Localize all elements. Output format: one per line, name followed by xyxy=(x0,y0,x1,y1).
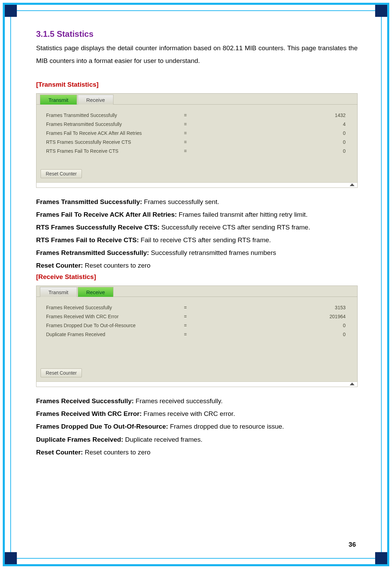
description-term: RTS Frames Fail to Receive CTS: xyxy=(36,236,139,244)
stat-row: RTS Frames Successfully Receive CTS=0 xyxy=(46,138,348,147)
stat-label: Frames Received Successfully xyxy=(46,305,180,310)
stat-label: Frames Transmitted Successfully xyxy=(46,112,180,118)
description-term: RTS Frames Successfully Receive CTS: xyxy=(36,224,160,231)
description-term: Frames Dropped Due To Out-Of-Resource: xyxy=(36,423,168,430)
stat-row: Duplicate Frames Received=0 xyxy=(46,330,348,339)
description-term: Frames Transmitted Successfully: xyxy=(36,198,142,205)
description-term: Duplicate Frames Received: xyxy=(36,436,123,443)
equals-sign: = xyxy=(180,121,190,127)
description-text: Frames received successfully. xyxy=(134,397,222,405)
description-line: Frames Retransmitted Successfully: Succe… xyxy=(36,246,358,259)
stat-value: 201964 xyxy=(190,314,348,319)
tab-transmit[interactable]: Transmit xyxy=(40,95,77,105)
stat-row: Frames Fail To Receive ACK After All Ret… xyxy=(46,129,348,138)
stat-label: Frames Received With CRC Error xyxy=(46,314,180,319)
corner-decor xyxy=(5,552,17,564)
equals-sign: = xyxy=(180,314,190,319)
stat-label: Frames Retransmitted Successfully xyxy=(46,121,180,127)
description-text: Successfully receive CTS after sending R… xyxy=(160,224,310,231)
description-term: Frames Received Successfully: xyxy=(36,397,134,405)
stat-label: Frames Fail To Receive ACK After All Ret… xyxy=(46,130,180,136)
stat-label: RTS Frames Fail To Receive CTS xyxy=(46,148,180,154)
equals-sign: = xyxy=(180,323,190,328)
equals-sign: = xyxy=(180,305,190,310)
description-text: Reset counters to zero xyxy=(83,449,150,456)
equals-sign: = xyxy=(180,332,190,337)
description-line: RTS Frames Successfully Receive CTS: Suc… xyxy=(36,221,358,234)
stats-tabs: Transmit Receive xyxy=(36,286,357,297)
description-line: Frames Received With CRC Error: Frames r… xyxy=(36,407,358,420)
page-number: 36 xyxy=(349,541,356,548)
stat-value: 3153 xyxy=(190,305,348,310)
stat-value: 0 xyxy=(190,130,348,136)
stats-tabs: Transmit Receive xyxy=(36,94,357,105)
description-term: Frames Received With CRC Error: xyxy=(36,410,142,417)
description-text: Frames failed transmit after hitting ret… xyxy=(177,211,307,218)
stat-row: Frames Dropped Due To Out-of-Resource=0 xyxy=(46,321,348,330)
receive-section-label: [Receive Statistics] xyxy=(36,273,358,281)
equals-sign: = xyxy=(180,112,190,118)
description-line: Reset Counter: Reset counters to zero xyxy=(36,259,358,272)
description-line: Frames Dropped Due To Out-Of-Resource: F… xyxy=(36,420,358,433)
collapse-icon[interactable] xyxy=(350,383,355,385)
stat-value: 0 xyxy=(190,148,348,154)
tab-receive[interactable]: Receive xyxy=(78,287,113,297)
equals-sign: = xyxy=(180,148,190,154)
transmit-stats-panel: Transmit Receive Frames Transmitted Succ… xyxy=(36,93,358,188)
description-line: Reset Counter: Reset counters to zero xyxy=(36,446,358,459)
stat-row: Frames Retransmitted Successfully=4 xyxy=(46,120,348,129)
stat-row: RTS Frames Fail To Receive CTS=0 xyxy=(46,147,348,155)
stat-label: Frames Dropped Due To Out-of-Resource xyxy=(46,323,180,328)
stat-row: Frames Received With CRC Error=201964 xyxy=(46,312,348,321)
description-text: Successfully retransmitted frames number… xyxy=(149,249,276,256)
intro-paragraph: Statistics page displays the detail coun… xyxy=(36,42,358,67)
transmit-stats-body: Frames Transmitted Successfully=1432Fram… xyxy=(36,105,357,169)
description-line: RTS Frames Fail to Receive CTS: Fail to … xyxy=(36,234,358,246)
reset-counter-button[interactable]: Reset Counter xyxy=(41,368,82,377)
transmit-section-label: [Transmit Statistics] xyxy=(36,81,358,88)
stat-value: 4 xyxy=(190,121,348,127)
stat-label: RTS Frames Successfully Receive CTS xyxy=(46,139,180,145)
panel-footer xyxy=(36,382,357,387)
stat-row: Frames Transmitted Successfully=1432 xyxy=(46,111,348,120)
description-text: Reset counters to zero xyxy=(83,262,150,269)
panel-footer xyxy=(36,182,357,187)
section-heading: 3.1.5 Statistics xyxy=(36,29,358,39)
description-term: Reset Counter: xyxy=(36,262,83,269)
stat-label: Duplicate Frames Received xyxy=(46,332,180,337)
reset-counter-button[interactable]: Reset Counter xyxy=(41,169,82,178)
description-text: Duplicate received frames. xyxy=(123,436,202,443)
equals-sign: = xyxy=(180,130,190,136)
stat-value: 0 xyxy=(190,139,348,145)
equals-sign: = xyxy=(180,139,190,145)
description-line: Frames Fail To Receive ACK After All Ret… xyxy=(36,208,358,221)
receive-descriptions: Frames Received Successfully: Frames rec… xyxy=(36,395,358,458)
stat-value: 1432 xyxy=(190,112,348,118)
stat-value: 0 xyxy=(190,323,348,328)
receive-stats-panel: Transmit Receive Frames Received Success… xyxy=(36,286,358,387)
description-term: Reset Counter: xyxy=(36,449,83,456)
description-line: Duplicate Frames Received: Duplicate rec… xyxy=(36,433,358,446)
collapse-icon[interactable] xyxy=(350,183,355,186)
transmit-descriptions: Frames Transmitted Successfully: Frames … xyxy=(36,195,358,272)
description-text: Frames receive with CRC error. xyxy=(142,410,235,417)
description-text: Frames dropped due to resource issue. xyxy=(168,423,284,430)
description-line: Frames Received Successfully: Frames rec… xyxy=(36,395,358,407)
corner-decor xyxy=(375,552,387,564)
tab-receive[interactable]: Receive xyxy=(78,95,113,105)
stat-value: 0 xyxy=(190,332,348,337)
description-term: Frames Retransmitted Successfully: xyxy=(36,249,149,256)
tab-transmit[interactable]: Transmit xyxy=(40,287,77,297)
receive-stats-body: Frames Received Successfully=3153Frames … xyxy=(36,297,357,368)
stat-row: Frames Received Successfully=3153 xyxy=(46,303,348,312)
description-line: Frames Transmitted Successfully: Frames … xyxy=(36,195,358,208)
description-text: Fail to receive CTS after sending RTS fr… xyxy=(139,236,271,244)
description-term: Frames Fail To Receive ACK After All Ret… xyxy=(36,211,177,218)
description-text: Frames successfully sent. xyxy=(142,198,219,205)
